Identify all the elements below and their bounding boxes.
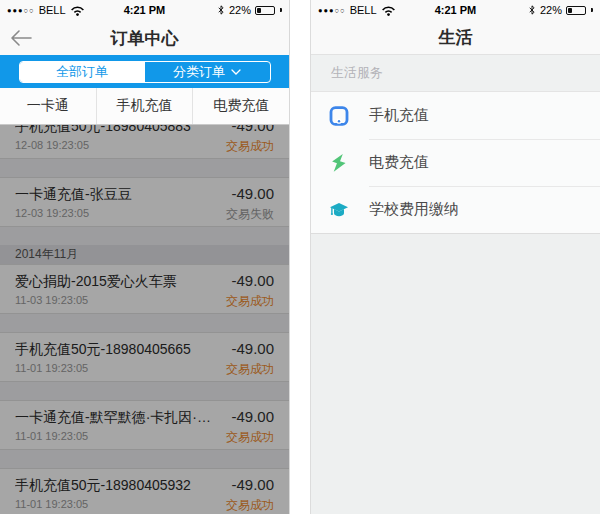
page-title: 生活 <box>311 26 600 49</box>
battery-percent-label: 22% <box>540 4 562 16</box>
category-yikatong[interactable]: 一卡通 <box>0 88 96 124</box>
page-title: 订单中心 <box>0 26 289 49</box>
dim-overlay <box>0 125 289 514</box>
life-services-group: 手机充值 电费充值 学校费用缴纳 <box>311 92 600 234</box>
service-label: 电费充值 <box>369 153 429 172</box>
battery-percent-label: 22% <box>229 4 251 16</box>
battery-cap <box>591 8 593 12</box>
signal-strength-icon: ●●●○○ <box>7 6 35 15</box>
clock-label: 4:21 PM <box>124 4 166 16</box>
tab-classified-orders[interactable]: 分类订单 <box>145 62 270 82</box>
screenshot-stage: ●●●○○ BELL 4:21 PM 22% <box>0 0 600 514</box>
signal-strength-icon: ●●●○○ <box>318 6 346 15</box>
service-label: 手机充值 <box>369 106 429 125</box>
battery-icon <box>566 6 586 15</box>
life-screen: ●●●○○ BELL 4:21 PM 22% <box>310 0 600 514</box>
tab-classified-label: 分类订单 <box>173 63 225 81</box>
nav-bar: 订单中心 <box>0 20 289 55</box>
nav-bar: 生活 <box>311 20 600 55</box>
category-electricity[interactable]: 电费充值 <box>192 88 289 124</box>
segmented-control: 全部订单 分类订单 <box>19 61 271 83</box>
order-tab-bar: 全部订单 分类订单 <box>0 55 289 88</box>
wifi-icon <box>381 5 396 16</box>
life-services-section-header: 生活服务 <box>311 55 600 92</box>
status-bar: ●●●○○ BELL 4:21 PM 22% <box>311 0 600 20</box>
battery-icon <box>255 6 275 15</box>
bluetooth-icon <box>217 4 225 16</box>
phone-icon <box>329 106 349 126</box>
category-filter-row: 一卡通 手机充值 电费充值 <box>0 88 289 125</box>
lightning-bolt-icon <box>329 153 349 173</box>
carrier-label: BELL <box>39 4 66 16</box>
order-center-screen: ●●●○○ BELL 4:21 PM 22% <box>0 0 290 514</box>
battery-cap <box>280 8 282 12</box>
service-school-fees[interactable]: 学校费用缴纳 <box>311 186 600 233</box>
service-phone-recharge[interactable]: 手机充值 <box>311 92 600 139</box>
service-electricity-recharge[interactable]: 电费充值 <box>311 139 600 186</box>
service-label: 学校费用缴纳 <box>369 200 459 219</box>
wifi-icon <box>70 5 85 16</box>
status-bar: ●●●○○ BELL 4:21 PM 22% <box>0 0 289 20</box>
bluetooth-icon <box>528 4 536 16</box>
carrier-label: BELL <box>350 4 377 16</box>
category-phone-recharge[interactable]: 手机充值 <box>96 88 193 124</box>
graduation-cap-icon <box>329 200 349 220</box>
tab-all-orders[interactable]: 全部订单 <box>20 62 145 82</box>
clock-label: 4:21 PM <box>435 4 477 16</box>
chevron-down-icon <box>231 69 241 75</box>
